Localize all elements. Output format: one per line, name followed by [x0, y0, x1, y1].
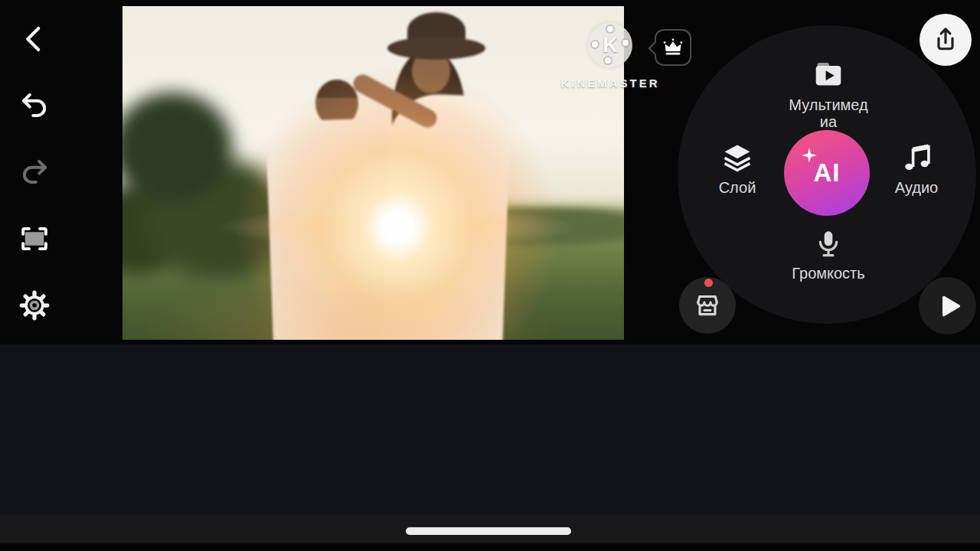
- ai-assistant-button[interactable]: AI: [784, 130, 870, 216]
- undo-icon: [18, 89, 51, 121]
- action-wheel: Мультимедиа Слой AI: [678, 25, 976, 324]
- media-folder-icon: [811, 57, 846, 93]
- volume-label: Громкость: [792, 266, 864, 282]
- media-label: Мультимедиа: [788, 97, 869, 130]
- layer-button[interactable]: Слой: [699, 140, 776, 197]
- gear-icon: [18, 289, 51, 321]
- timeline-panel: 00:00 00:04 00:08 00:00:02.787 00:00:09.…: [0, 344, 980, 514]
- share-icon: [931, 25, 960, 54]
- fit-screen-icon: [18, 223, 51, 255]
- fit-screen-button[interactable]: [17, 221, 52, 256]
- back-icon: [18, 23, 51, 55]
- notification-dot: [704, 279, 713, 287]
- asset-store-button[interactable]: [679, 277, 736, 334]
- premium-button[interactable]: [655, 29, 691, 66]
- play-icon: [932, 290, 964, 322]
- bubble-tail: [648, 42, 662, 55]
- music-note-icon: [899, 140, 934, 175]
- crown-icon: [662, 36, 684, 59]
- back-button[interactable]: [17, 21, 52, 57]
- play-button[interactable]: [919, 277, 976, 334]
- sparkle-icon: [802, 148, 817, 163]
- store-icon: [691, 289, 724, 321]
- media-button[interactable]: Мультимедиа: [786, 57, 871, 130]
- audio-label: Аудио: [895, 180, 938, 197]
- kinemaster-editor: K KINEMASTER: [0, 0, 980, 551]
- export-share-button[interactable]: [920, 14, 972, 66]
- settings-button[interactable]: [17, 288, 52, 323]
- redo-icon: [18, 155, 51, 187]
- undo-button[interactable]: [17, 87, 52, 122]
- video-preview[interactable]: [122, 6, 624, 340]
- microphone-icon: [813, 226, 844, 261]
- redo-button[interactable]: [17, 154, 52, 189]
- sun-glow: [122, 240, 624, 340]
- layers-icon: [720, 140, 755, 175]
- home-indicator[interactable]: [406, 527, 571, 535]
- editor-top-section: K KINEMASTER: [0, 0, 980, 344]
- screen-bottom-edge: [0, 543, 980, 551]
- ai-logo: AI: [814, 158, 841, 187]
- layer-label: Слой: [719, 180, 756, 197]
- audio-button[interactable]: Аудио: [878, 140, 955, 197]
- volume-button[interactable]: Громкость: [789, 226, 868, 282]
